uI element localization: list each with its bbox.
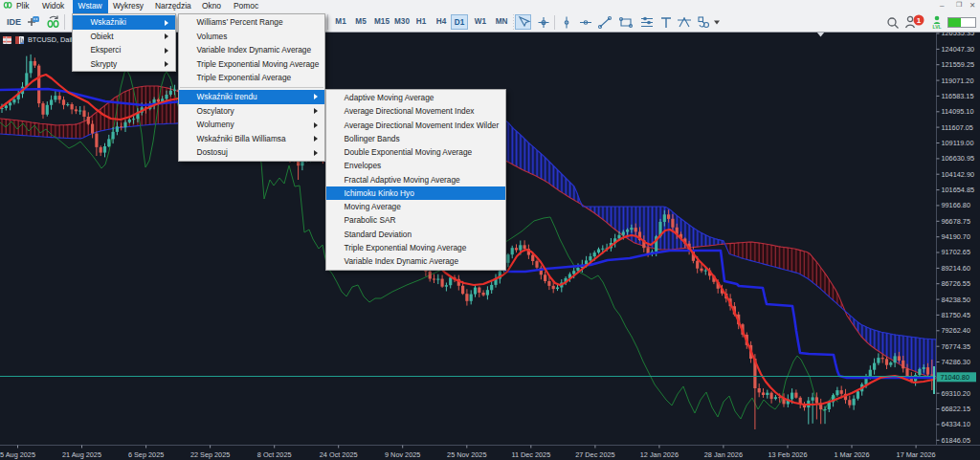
- svg-text:11 Dec 2025: 11 Dec 2025: [511, 450, 550, 459]
- svg-text:91702.65: 91702.65: [942, 248, 970, 256]
- svg-text:BTCUSD, Daily:: BTCUSD, Daily:: [28, 35, 78, 44]
- svg-text:13 Feb 2026: 13 Feb 2026: [768, 450, 808, 459]
- svg-text:69310.20: 69310.20: [942, 389, 970, 398]
- svg-text:5 Aug 2025: 5 Aug 2025: [0, 450, 35, 459]
- svg-text:24 Oct 2025: 24 Oct 2025: [320, 450, 358, 459]
- svg-text:21 Aug 2025: 21 Aug 2025: [62, 450, 101, 459]
- svg-text:81750.45: 81750.45: [942, 311, 970, 319]
- svg-text:28 Jan 2026: 28 Jan 2026: [704, 450, 743, 459]
- svg-text:79262.40: 79262.40: [942, 326, 970, 335]
- svg-text:LVL: LVL: [932, 24, 941, 30]
- svg-text:76774.35: 76774.35: [942, 342, 970, 351]
- svg-text:74286.30: 74286.30: [942, 358, 970, 366]
- svg-text:1 Mar 2026: 1 Mar 2026: [835, 450, 870, 459]
- svg-text:17 Mar 2026: 17 Mar 2026: [897, 450, 936, 459]
- svg-text:116583.15: 116583.15: [942, 92, 974, 100]
- svg-text:9 Nov 2025: 9 Nov 2025: [385, 450, 420, 459]
- svg-text:94190.70: 94190.70: [942, 232, 970, 241]
- svg-text:84238.50: 84238.50: [942, 296, 970, 304]
- svg-text:61846.05: 61846.05: [942, 436, 970, 445]
- svg-text:111607.05: 111607.05: [942, 123, 973, 132]
- svg-text:89214.60: 89214.60: [942, 264, 970, 273]
- svg-text:12 Jan 2026: 12 Jan 2026: [640, 450, 679, 459]
- svg-text:66822.15: 66822.15: [942, 405, 970, 413]
- svg-text:114095.10: 114095.10: [942, 107, 974, 116]
- svg-text:119071.20: 119071.20: [942, 77, 974, 85]
- svg-text:121559.25: 121559.25: [942, 60, 975, 69]
- svg-text:22 Sep 2025: 22 Sep 2025: [190, 450, 230, 459]
- svg-text:104142.90: 104142.90: [942, 170, 975, 179]
- svg-text:96678.75: 96678.75: [942, 217, 970, 226]
- svg-text:27 Dec 2025: 27 Dec 2025: [575, 450, 614, 459]
- svg-text:106630.95: 106630.95: [942, 154, 975, 163]
- svg-text:8 Oct 2025: 8 Oct 2025: [257, 450, 292, 459]
- svg-text:99166.80: 99166.80: [942, 201, 970, 209]
- svg-text:124047.30: 124047.30: [942, 45, 975, 54]
- svg-text:86726.55: 86726.55: [942, 279, 970, 288]
- svg-text:71040.80: 71040.80: [941, 373, 969, 382]
- svg-text:64334.10: 64334.10: [942, 420, 970, 428]
- svg-text:6 Sep 2025: 6 Sep 2025: [128, 450, 164, 459]
- svg-text:1: 1: [917, 16, 922, 25]
- svg-text:101654.85: 101654.85: [942, 186, 975, 194]
- svg-text:109119.00: 109119.00: [942, 139, 974, 147]
- svg-text:25 Nov 2025: 25 Nov 2025: [447, 450, 486, 459]
